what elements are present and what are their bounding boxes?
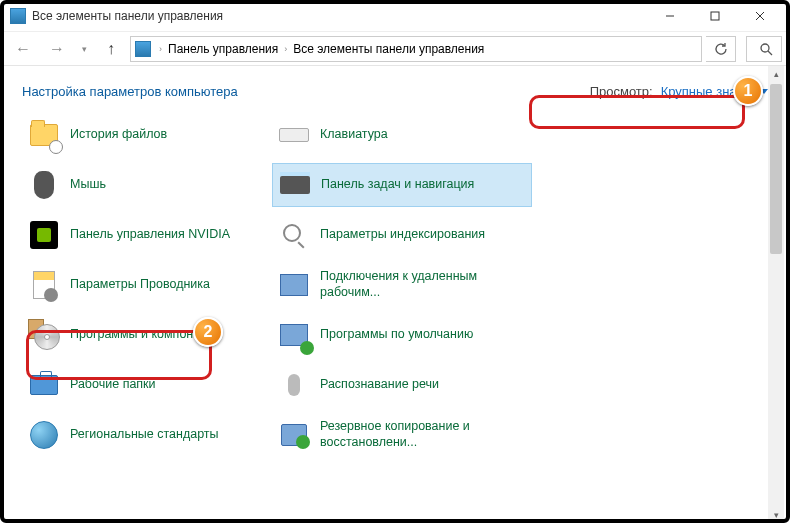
- forward-button[interactable]: →: [42, 35, 72, 63]
- backup-icon: [278, 419, 310, 451]
- taskbar-icon: [279, 169, 311, 201]
- item-default-programs[interactable]: Программы по умолчанию: [272, 313, 532, 357]
- item-remote-desktop[interactable]: Подключения к удаленным рабочим...: [272, 263, 532, 307]
- close-button[interactable]: [737, 2, 782, 30]
- crumb-separator: ›: [284, 44, 287, 54]
- item-nvidia[interactable]: Панель управления NVIDIA: [22, 213, 262, 257]
- item-label: Параметры индексирования: [320, 227, 485, 243]
- item-mouse[interactable]: Мышь: [22, 163, 262, 207]
- item-regional[interactable]: Региональные стандарты: [22, 413, 262, 457]
- item-work-folders[interactable]: Рабочие папки: [22, 363, 262, 407]
- refresh-button[interactable]: [706, 36, 736, 62]
- history-dropdown[interactable]: ▾: [76, 35, 92, 63]
- address-bar[interactable]: › Панель управления › Все элементы панел…: [130, 36, 702, 62]
- speech-icon: [278, 369, 310, 401]
- up-button[interactable]: ↑: [96, 35, 126, 63]
- item-label: Распознавание речи: [320, 377, 439, 393]
- mouse-icon: [28, 169, 60, 201]
- breadcrumb-root[interactable]: Панель управления: [164, 40, 282, 58]
- item-keyboard[interactable]: Клавиатура: [272, 113, 532, 157]
- crumb-separator: ›: [159, 44, 162, 54]
- annotation-badge-2: 2: [193, 317, 223, 347]
- back-button[interactable]: ←: [8, 35, 38, 63]
- item-label: Мышь: [70, 177, 106, 193]
- item-label: История файлов: [70, 127, 167, 143]
- nvidia-icon: [28, 219, 60, 251]
- indexing-icon: [278, 219, 310, 251]
- item-label: Рабочие папки: [70, 377, 156, 393]
- item-programs-and-features[interactable]: Программы и компоненты: [22, 313, 262, 357]
- svg-point-4: [761, 44, 769, 52]
- remote-desktop-icon: [278, 269, 310, 301]
- item-label: Параметры Проводника: [70, 277, 210, 293]
- item-speech[interactable]: Распознавание речи: [272, 363, 532, 407]
- item-backup[interactable]: Резервное копирование и восстановлени...: [272, 413, 532, 457]
- items-column-left: История файлов Мышь Панель управления NV…: [22, 113, 262, 457]
- item-label: Программы по умолчанию: [320, 327, 473, 343]
- item-label: Подключения к удаленным рабочим...: [320, 269, 526, 300]
- control-panel-icon: [10, 8, 26, 24]
- default-programs-icon: [278, 319, 310, 351]
- programs-features-icon: [28, 319, 60, 351]
- item-file-history[interactable]: История файлов: [22, 113, 262, 157]
- scroll-down-icon[interactable]: ▾: [768, 507, 784, 523]
- maximize-button[interactable]: [692, 2, 737, 30]
- search-box[interactable]: [746, 36, 782, 62]
- item-explorer-options[interactable]: Параметры Проводника: [22, 263, 262, 307]
- item-label: Панель задач и навигация: [321, 177, 474, 193]
- nav-row: ← → ▾ ↑ › Панель управления › Все элемен…: [0, 32, 790, 66]
- view-label: Просмотр:: [590, 84, 653, 99]
- annotation-badge-1: 1: [733, 76, 763, 106]
- breadcrumb-current[interactable]: Все элементы панели управления: [289, 40, 488, 58]
- work-folders-icon: [28, 369, 60, 401]
- scroll-thumb[interactable]: [770, 84, 782, 254]
- svg-rect-1: [711, 12, 719, 20]
- window-title: Все элементы панели управления: [32, 9, 223, 23]
- item-indexing[interactable]: Параметры индексирования: [272, 213, 532, 257]
- file-history-icon: [28, 119, 60, 151]
- page-title: Настройка параметров компьютера: [22, 84, 238, 99]
- content-area: Настройка параметров компьютера Просмотр…: [0, 66, 790, 523]
- regional-icon: [28, 419, 60, 451]
- items-column-right: Клавиатура Панель задач и навигация Пара…: [272, 113, 532, 457]
- vertical-scrollbar[interactable]: ▴ ▾: [768, 66, 784, 523]
- titlebar: Все элементы панели управления: [0, 0, 790, 32]
- scroll-up-icon[interactable]: ▴: [768, 66, 784, 82]
- item-label: Панель управления NVIDIA: [70, 227, 230, 243]
- explorer-options-icon: [28, 269, 60, 301]
- item-label: Клавиатура: [320, 127, 388, 143]
- item-label: Резервное копирование и восстановлени...: [320, 419, 526, 450]
- item-label: Региональные стандарты: [70, 427, 219, 443]
- address-icon: [135, 41, 151, 57]
- minimize-button[interactable]: [647, 2, 692, 30]
- control-panel-window: Все элементы панели управления ← → ▾ ↑ ›…: [0, 0, 790, 523]
- item-taskbar-navigation[interactable]: Панель задач и навигация: [272, 163, 532, 207]
- keyboard-icon: [278, 119, 310, 151]
- svg-line-5: [768, 51, 772, 55]
